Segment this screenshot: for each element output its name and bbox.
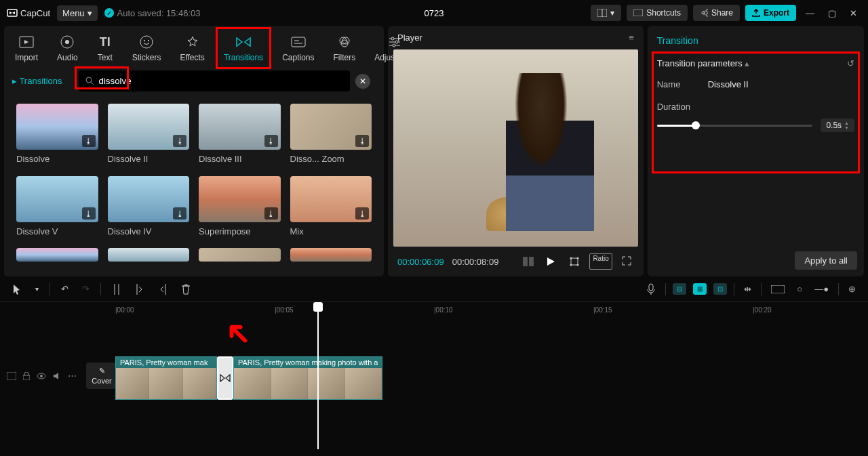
layout-button[interactable]: ▾ [591, 5, 621, 21]
duration-slider[interactable] [657, 125, 813, 127]
redo-button[interactable]: ↷ [79, 281, 92, 297]
search-input[interactable] [79, 70, 351, 91]
transition-marker[interactable] [217, 356, 233, 400]
play-button[interactable] [543, 254, 558, 269]
more-icon[interactable]: ⋯ [68, 371, 77, 381]
ratio-button[interactable]: Ratio [589, 253, 612, 270]
ruler-tick: |00:10 [434, 306, 453, 314]
tab-import[interactable]: Import [11, 31, 42, 65]
chevron-down-icon[interactable]: ▾ [33, 283, 41, 295]
duration-label: Duration [657, 102, 694, 112]
transition-item[interactable]: ⭳Dissolve II [108, 104, 190, 167]
align-icon[interactable]: ⇹ [741, 281, 754, 297]
magnet-toggle[interactable]: ⊟ [673, 283, 686, 295]
tab-effects[interactable]: Effects [176, 31, 208, 65]
minimize-button[interactable]: — [802, 4, 818, 22]
name-label: Name [657, 79, 694, 89]
transition-item[interactable]: ⭳Mix [290, 176, 372, 239]
project-title: 0723 [425, 8, 444, 18]
download-icon[interactable]: ⭳ [355, 207, 369, 220]
link-toggle[interactable]: ⊞ [693, 283, 707, 295]
spin-up-icon[interactable]: ▲ [844, 121, 849, 125]
shortcuts-button[interactable]: Shortcuts [627, 5, 688, 21]
video-clip[interactable]: PARIS, Pretty woman mak [115, 356, 217, 400]
tab-audio[interactable]: Audio [53, 31, 82, 65]
svg-point-22 [86, 77, 92, 83]
zoom-fit-icon[interactable]: ⊕ [846, 281, 859, 297]
close-button[interactable]: ✕ [846, 4, 861, 22]
transitions-grid: ⭳Dissolve ⭳Dissolve II ⭳Dissolve III ⭳Di… [4, 91, 384, 276]
tab-stickers[interactable]: Stickers [128, 31, 165, 65]
transition-item[interactable]: ⭳Disso... Zoom [290, 104, 372, 167]
spin-down-icon[interactable]: ▼ [844, 125, 849, 130]
compare-icon[interactable] [520, 254, 536, 269]
tab-label: Filters [334, 53, 356, 62]
mic-icon[interactable] [644, 281, 658, 298]
pointer-tool[interactable] [9, 281, 24, 297]
undo-button[interactable]: ↶ [58, 281, 71, 297]
side-tab-transitions[interactable]: ▸ Transitions [12, 76, 62, 86]
timeline-ruler[interactable]: |00:00 |00:05 |00:10 |00:15 |00:20 [115, 302, 868, 320]
download-icon[interactable]: ⭳ [173, 207, 186, 220]
cover-label: Cover [92, 377, 111, 385]
download-icon[interactable]: ⭳ [82, 135, 96, 147]
cover-button[interactable]: ✎ Cover [86, 362, 117, 389]
export-button[interactable]: Export [745, 5, 796, 21]
share-button[interactable]: Share [693, 5, 740, 21]
speaker-icon[interactable] [53, 372, 61, 380]
trim-left-tool[interactable] [132, 281, 147, 297]
delete-tool[interactable] [178, 281, 193, 297]
duration-spinbox[interactable]: 0.5s ▲▼ [821, 119, 854, 132]
player-panel: Player ≡ 00:00:06:09 00:00:08:09 Ratio [388, 26, 644, 276]
menu-button[interactable]: Menu ▾ [57, 5, 98, 21]
share-label: Share [711, 8, 733, 18]
transition-item[interactable] [16, 248, 98, 264]
svg-point-15 [341, 40, 348, 47]
zoom-slider[interactable]: —● [812, 281, 831, 297]
maximize-button[interactable]: ▢ [824, 4, 840, 22]
transition-item[interactable]: ⭳Dissolve III [199, 104, 281, 167]
duration-value: 0.5s [826, 121, 842, 130]
eye-icon[interactable] [37, 373, 46, 379]
download-icon[interactable]: ⭳ [173, 135, 186, 147]
captions-icon [290, 34, 307, 50]
zoom-out-icon[interactable]: ○ [794, 281, 805, 297]
preview-toggle[interactable] [768, 283, 787, 296]
transition-item[interactable]: ⭳Dissolve [16, 104, 98, 167]
download-icon[interactable]: ⭳ [264, 135, 278, 147]
player-viewport[interactable] [393, 49, 638, 247]
transition-item[interactable] [108, 248, 190, 264]
video-clip[interactable]: PARIS, Pretty woman making photo with a [233, 356, 382, 400]
lock-icon[interactable] [23, 372, 30, 380]
pencil-icon: ✎ [99, 367, 105, 375]
player-menu-icon[interactable]: ≡ [629, 33, 634, 43]
download-icon[interactable]: ⭳ [82, 207, 96, 220]
reset-icon[interactable]: ↺ [847, 58, 854, 68]
svg-point-30 [577, 264, 579, 266]
playhead[interactable] [317, 302, 319, 449]
crop-icon[interactable] [566, 253, 583, 270]
transition-item[interactable]: ⭳Dissolve V [16, 176, 98, 239]
transition-item[interactable]: ⭳Dissolve IV [108, 176, 190, 239]
track-expand-icon[interactable] [7, 372, 16, 380]
tab-captions[interactable]: Captions [278, 31, 318, 65]
split-tool[interactable] [109, 281, 124, 297]
transition-item[interactable] [199, 248, 281, 264]
snap-toggle[interactable]: ⊡ [713, 283, 727, 295]
apply-to-all-button[interactable]: Apply to all [795, 251, 857, 270]
download-icon[interactable]: ⭳ [355, 135, 369, 147]
properties-section-header: Transition parameters ▴ ↺ [657, 58, 854, 68]
svg-point-19 [395, 41, 398, 43]
trim-right-tool[interactable] [155, 281, 170, 297]
transition-item[interactable] [290, 248, 372, 264]
tab-filters[interactable]: Filters [330, 31, 360, 65]
fullscreen-icon[interactable] [619, 253, 634, 270]
download-icon[interactable]: ⭳ [264, 207, 278, 220]
clear-search-button[interactable]: ✕ [355, 74, 370, 89]
tab-text[interactable]: TI Text [93, 31, 117, 65]
transition-item[interactable]: ⭳Superimpose [199, 176, 281, 239]
timeline-tracks[interactable]: |00:00 |00:05 |00:10 |00:15 |00:20 PARIS… [115, 302, 868, 449]
tab-label: Audio [57, 53, 78, 62]
tab-transitions[interactable]: Transitions [220, 31, 267, 65]
svg-point-21 [393, 44, 395, 47]
